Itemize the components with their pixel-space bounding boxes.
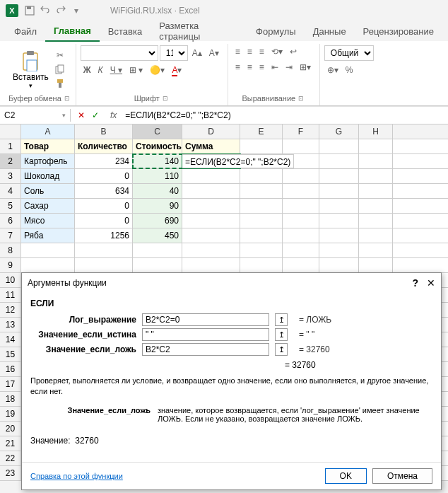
help-link[interactable]: Справка по этой функции <box>30 472 123 480</box>
close-icon[interactable]: ✕ <box>427 277 435 289</box>
range-picker-icon[interactable]: ↥ <box>275 328 288 341</box>
col-header[interactable]: C <box>133 124 182 139</box>
format-painter-icon[interactable] <box>53 77 67 90</box>
cell[interactable] <box>319 154 359 168</box>
align-bottom-icon[interactable]: ≡ <box>257 45 267 58</box>
dialog-launcher-icon[interactable]: ⊡ <box>298 95 304 102</box>
cell[interactable] <box>283 199 319 213</box>
row-header[interactable]: 1 <box>0 139 21 153</box>
row-header[interactable]: 15 <box>0 347 21 361</box>
underline-button[interactable]: Ч ▾ <box>107 64 125 76</box>
row-header[interactable]: 20 <box>0 422 21 436</box>
cell[interactable] <box>283 243 319 257</box>
indent-increase-icon[interactable]: ⇥ <box>283 61 295 74</box>
cell[interactable]: Картофель <box>21 154 75 168</box>
cell[interactable] <box>319 243 359 257</box>
cell[interactable] <box>133 243 182 257</box>
cell[interactable]: 450 <box>133 228 182 243</box>
arg-input-logical[interactable] <box>142 313 269 326</box>
name-box[interactable]: C2▾ <box>0 109 71 122</box>
cell[interactable] <box>75 258 133 272</box>
bold-button[interactable]: Ж <box>81 64 94 76</box>
cell[interactable]: 634 <box>75 184 133 198</box>
cell[interactable]: Мясо <box>21 214 75 228</box>
cell[interactable]: Шоколад <box>21 169 75 183</box>
fx-icon[interactable]: fx <box>106 110 121 120</box>
tab-insert[interactable]: Вставка <box>100 22 151 41</box>
cell[interactable] <box>319 214 359 228</box>
redo-icon[interactable] <box>55 5 66 16</box>
tab-layout[interactable]: Разметка страницы <box>151 16 247 46</box>
fill-color-icon[interactable]: 🟡▾ <box>147 64 167 76</box>
arg-input-iftrue[interactable] <box>142 328 269 341</box>
cell[interactable]: 0 <box>75 199 133 213</box>
select-all-corner[interactable] <box>0 124 21 139</box>
cell[interactable] <box>359 169 393 183</box>
cell[interactable]: Товар <box>21 139 75 153</box>
cell[interactable] <box>21 243 75 257</box>
align-left-icon[interactable]: ≡ <box>232 61 243 74</box>
indent-decrease-icon[interactable]: ⇤ <box>269 61 281 74</box>
cut-icon[interactable]: ✂ <box>53 49 67 62</box>
cell[interactable] <box>283 228 319 243</box>
number-format-select[interactable]: Общий <box>324 45 374 61</box>
col-header[interactable]: H <box>359 124 393 139</box>
tab-data[interactable]: Данные <box>305 22 355 41</box>
cancel-button[interactable]: Отмена <box>372 468 432 484</box>
currency-icon[interactable]: ⊕▾ <box>324 64 341 76</box>
font-color-icon[interactable]: A▾ <box>169 64 184 76</box>
cell[interactable] <box>319 258 359 272</box>
col-header[interactable]: B <box>75 124 133 139</box>
cell[interactable] <box>319 139 359 153</box>
help-icon[interactable]: ? <box>412 277 418 289</box>
merge-icon[interactable]: ⊞▾ <box>297 61 314 74</box>
col-header[interactable]: D <box>182 124 240 139</box>
save-icon[interactable] <box>24 5 35 16</box>
cell[interactable] <box>283 184 319 198</box>
font-size-select[interactable]: 11 <box>160 45 188 61</box>
cell[interactable] <box>283 169 319 183</box>
cell[interactable] <box>133 258 182 272</box>
dialog-titlebar[interactable]: Аргументы функции ? ✕ <box>22 273 441 293</box>
cell[interactable] <box>240 228 283 243</box>
cell[interactable] <box>240 169 283 183</box>
cell-editing[interactable]: =ЕСЛИ(B2*C2=0;" ";B2*C2) <box>182 154 240 168</box>
row-header[interactable]: 9 <box>0 258 21 272</box>
row-header[interactable]: 23 <box>0 466 21 480</box>
tab-review[interactable]: Рецензирование <box>355 22 442 41</box>
cell[interactable] <box>182 258 240 272</box>
cell[interactable]: 140 <box>133 154 182 168</box>
tab-file[interactable]: Файл <box>6 22 45 41</box>
cell[interactable] <box>319 228 359 243</box>
italic-button[interactable]: К <box>95 64 106 76</box>
cell[interactable] <box>359 228 393 243</box>
row-header[interactable]: 5 <box>0 199 21 213</box>
cell[interactable] <box>359 139 393 153</box>
wrap-text-icon[interactable]: ↩ <box>287 45 300 58</box>
range-picker-icon[interactable]: ↥ <box>275 313 288 326</box>
row-header[interactable]: 12 <box>0 303 21 317</box>
ok-button[interactable]: OK <box>325 468 367 484</box>
cell[interactable]: 1256 <box>75 228 133 243</box>
row-header[interactable]: 6 <box>0 214 21 228</box>
cell[interactable]: Сумма <box>182 139 240 153</box>
dialog-launcher-icon[interactable]: ⊡ <box>163 95 168 102</box>
dialog-launcher-icon[interactable]: ⊡ <box>64 95 70 102</box>
cell[interactable] <box>283 258 319 272</box>
cell[interactable]: 40 <box>133 184 182 198</box>
cell[interactable] <box>359 243 393 257</box>
paste-button[interactable]: Вставить ▾ <box>11 48 50 91</box>
shrink-font-icon[interactable]: A▾ <box>206 47 222 59</box>
tab-home[interactable]: Главная <box>45 21 100 42</box>
cell[interactable]: Количество <box>75 139 133 153</box>
font-family-select[interactable] <box>81 45 158 61</box>
cell[interactable]: 90 <box>133 199 182 213</box>
cell[interactable]: Соль <box>21 184 75 198</box>
cell[interactable] <box>283 214 319 228</box>
cell[interactable] <box>319 199 359 213</box>
cell[interactable]: Ряба <box>21 228 75 243</box>
tab-formulas[interactable]: Формулы <box>247 22 305 41</box>
cell[interactable] <box>240 139 283 153</box>
row-header[interactable]: 2 <box>0 154 21 168</box>
col-header[interactable]: F <box>283 124 319 139</box>
